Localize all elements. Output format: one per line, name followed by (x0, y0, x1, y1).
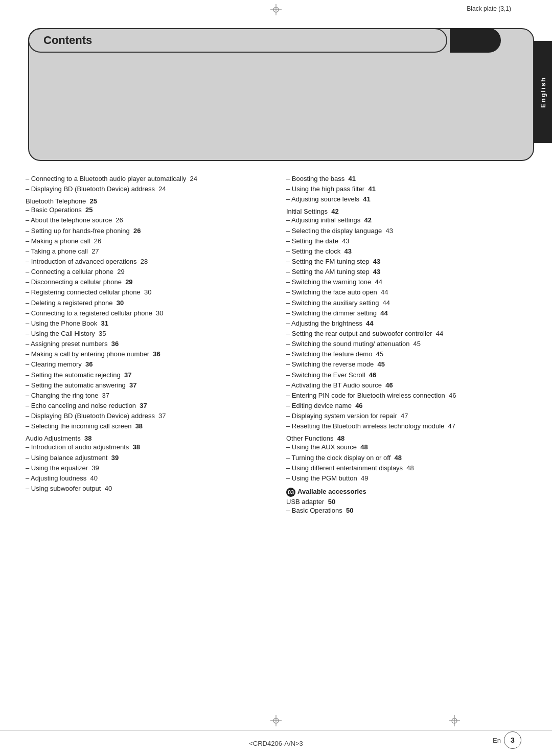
toc-entry: – Using the AUX source 48 (286, 442, 526, 452)
toc-entry: – Setting the rear output and subwoofer … (286, 329, 526, 339)
toc-entry: – Turning the clock display on or off 48 (286, 453, 526, 463)
toc-entry: – Echo canceling and noise reduction 37 (26, 401, 266, 411)
toc-entry: – Switching the feature demo 45 (286, 349, 526, 359)
toc-entry: – Switching the sound muting/ attenuatio… (286, 339, 526, 349)
toc-entry: – Disconnecting a cellular phone 29 (26, 277, 266, 287)
toc-entry: – Introduction of advanced operations 28 (26, 257, 266, 267)
toc-entry: – Changing the ring tone 37 (26, 391, 266, 401)
toc-entry: Other Functions 48 (286, 434, 526, 442)
toc-entry: – Using the equalizer 39 (26, 463, 266, 473)
contents-title: Contents (43, 34, 92, 47)
toc-entry: – Adjusting source levels 41 (286, 194, 526, 204)
toc-entry: – Making a phone call 26 (26, 236, 266, 246)
page-indicator: En 3 (493, 731, 521, 749)
toc-entry: – Adjusting loudness 40 (26, 473, 266, 484)
toc-content: – Connecting to a Bluetooth audio player… (26, 174, 526, 725)
bottom-right-crosshair-icon (449, 715, 460, 726)
toc-entry: – Connecting to a registered cellular ph… (26, 308, 266, 318)
toc-entry: – Switching the Ever Scroll 46 (286, 370, 526, 380)
toc-entry: – Connecting to a Bluetooth audio player… (26, 174, 266, 184)
toc-entry: – Deleting a registered phone 30 (26, 298, 266, 308)
contents-header-black-box (450, 28, 501, 53)
toc-entry: – Switching the auxiliary setting 44 (286, 298, 526, 308)
toc-entry: – Setting the clock 43 (286, 246, 526, 257)
toc-entry: – Using the Phone Book 31 (26, 318, 266, 329)
toc-entry: – Using balance adjustment 39 (26, 453, 266, 463)
bottom-crosshair (270, 715, 282, 728)
toc-entry: – Taking a phone call 27 (26, 246, 266, 257)
toc-entry: – Setting the automatic answering 37 (26, 380, 266, 391)
toc-entry: – Switching the dimmer setting 44 (286, 308, 526, 318)
page-number: 3 (504, 731, 521, 749)
toc-entry: Initial Settings 42 (286, 208, 526, 215)
toc-entry: – Basic Operations 50 (286, 506, 526, 516)
english-tab-label: English (539, 77, 547, 108)
toc-entry: – Setting the automatic rejecting 37 (26, 370, 266, 380)
contents-header: Contents (28, 28, 447, 53)
toc-entry: USB adapter 50 (286, 498, 526, 506)
toc-right-column: – Boosting the bass 41– Using the high p… (286, 174, 526, 725)
toc-entry: – Setting the AM tuning step 43 (286, 267, 526, 277)
toc-entry: – Using the PGM button 49 (286, 473, 526, 484)
toc-entry: – Setting the date 43 (286, 236, 526, 246)
bottom-code: <CRD4206-A/N>3 (249, 740, 303, 747)
toc-entry: – Switching the face auto open 44 (286, 287, 526, 297)
toc-entry: – Basic Operations 25 (26, 205, 266, 215)
toc-entry: – Using subwoofer output 40 (26, 484, 266, 494)
toc-entry: – Using the Call History 35 (26, 329, 266, 339)
toc-entry: – Displaying BD (Bluetooth Device) addre… (26, 184, 266, 194)
toc-entry: – Selecting the display language 43 (286, 226, 526, 236)
toc-entry: – Adjusting initial settings 42 (286, 215, 526, 225)
toc-entry: – Introduction of audio adjustments 38 (26, 442, 266, 452)
toc-left-column: – Connecting to a Bluetooth audio player… (26, 174, 266, 725)
toc-entry: – Resetting the Bluetooth wireless techn… (286, 421, 526, 431)
english-tab: English (534, 41, 552, 143)
bottom-right-crosshair (449, 715, 460, 728)
toc-entry: – Activating the BT Audio source 46 (286, 380, 526, 391)
toc-entry: Audio Adjustments 38 (26, 434, 266, 442)
toc-entry: – Setting up for hands-free phoning 26 (26, 226, 266, 236)
bottom-bar: <CRD4206-A/N>3 En 3 (0, 730, 552, 756)
toc-entry: – About the telephone source 26 (26, 215, 266, 225)
toc-entry: – Setting the FM tuning step 43 (286, 257, 526, 267)
toc-entry: – Assigning preset numbers 36 (26, 339, 266, 349)
toc-entry: – Registering connected cellular phone 3… (26, 287, 266, 297)
toc-entry: – Using different entertainment displays… (286, 463, 526, 473)
toc-entry: 03Available accessories (286, 488, 526, 497)
top-crosshair-icon (270, 4, 282, 15)
toc-entry: – Displaying system version for repair 4… (286, 411, 526, 421)
bottom-crosshair-icon (270, 715, 282, 726)
toc-entry: Bluetooth Telephone 25 (26, 197, 266, 205)
toc-entry: – Entering PIN code for Bluetooth wirele… (286, 391, 526, 401)
toc-entry: – Clearing memory 36 (26, 359, 266, 370)
toc-entry: – Connecting a cellular phone 29 (26, 267, 266, 277)
toc-entry: – Making a call by entering phone number… (26, 349, 266, 359)
toc-entry: – Switching the warning tone 44 (286, 277, 526, 287)
en-label: En (493, 737, 501, 744)
toc-entry: – Displaying BD (Bluetooth Device) addre… (26, 411, 266, 421)
toc-entry: – Selecting the incoming call screen 38 (26, 421, 266, 431)
plate-text: Black plate (3,1) (467, 5, 511, 12)
toc-entry: – Boosting the bass 41 (286, 174, 526, 184)
toc-entry: – Adjusting the brightness 44 (286, 318, 526, 329)
toc-entry: – Using the high pass filter 41 (286, 184, 526, 194)
toc-entry: – Editing device name 46 (286, 401, 526, 411)
toc-entry: – Switching the reverse mode 45 (286, 359, 526, 370)
